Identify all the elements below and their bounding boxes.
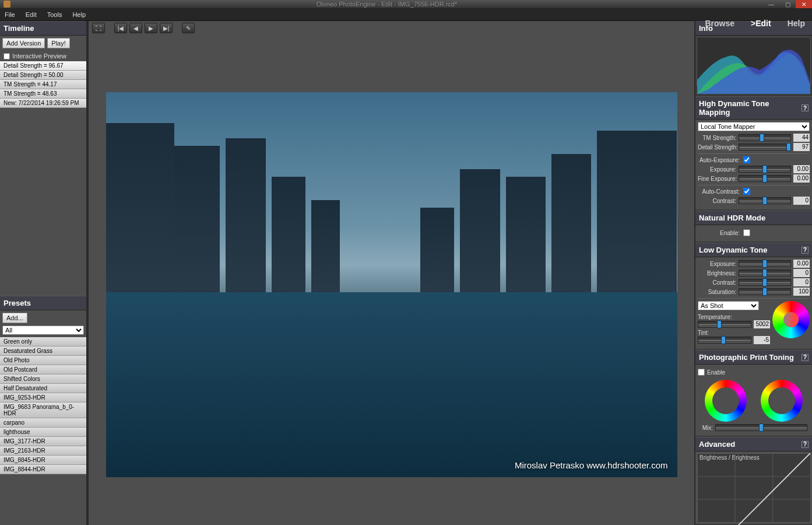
interactive-preview-label: Interactive Preview: [12, 52, 66, 60]
histogram: [697, 37, 811, 85]
preset-item[interactable]: Half Desaturated: [0, 384, 86, 393]
preset-item[interactable]: lighthouse: [0, 428, 86, 437]
tab-help[interactable]: Help: [788, 19, 805, 28]
presets-list[interactable]: Green onlyDesaturated GrassOld PhotoOld …: [0, 337, 86, 525]
tab-edit[interactable]: >Edit: [751, 19, 771, 28]
hdtm-contrast-value[interactable]: 0: [793, 197, 810, 205]
interactive-preview-checkbox[interactable]: [3, 53, 10, 60]
help-icon[interactable]: ?: [802, 354, 809, 361]
timeline-item[interactable]: New: 7/22/2014 19:26:59 PM: [0, 99, 86, 108]
ldt-header: Low Dynamic Tone?: [695, 243, 812, 257]
ldt-saturation-slider[interactable]: [739, 288, 791, 295]
preset-item[interactable]: IMG_8844-HDR: [0, 465, 86, 474]
svg-line-0: [697, 453, 810, 525]
interactive-preview-row[interactable]: Interactive Preview: [0, 51, 86, 61]
ldt-saturation-value[interactable]: 100: [793, 288, 810, 296]
tint-value[interactable]: -5: [754, 336, 770, 344]
timeline-item[interactable]: TM Strength = 44.17: [0, 80, 86, 89]
fullscreen-icon[interactable]: ⛶: [92, 23, 105, 33]
window-titlebar: Oloneo PhotoEngine - Edit - IMG_7556-HDR…: [0, 0, 812, 8]
tm-strength-value[interactable]: 44: [793, 134, 810, 142]
preset-item[interactable]: IMG_9683 Panorama_b_0-HDR: [0, 402, 86, 418]
timeline-header: Timeline: [0, 21, 86, 36]
mode-tabs: Browse >Edit Help: [688, 10, 805, 28]
app-icon: [3, 1, 10, 8]
tm-strength-slider[interactable]: [739, 134, 791, 141]
close-button[interactable]: ✕: [796, 0, 812, 8]
fine-exposure-value[interactable]: 0.00: [793, 174, 810, 183]
wb-color-wheel[interactable]: [772, 301, 810, 338]
auto-exposure-checkbox[interactable]: [743, 156, 750, 163]
preset-item[interactable]: IMG_9253-HDR: [0, 393, 86, 402]
preset-item[interactable]: Desaturated Grass: [0, 346, 86, 356]
play-button[interactable]: Play!: [47, 38, 69, 48]
auto-contrast-checkbox[interactable]: [743, 188, 750, 195]
ldt-contrast-slider[interactable]: [739, 279, 791, 286]
help-icon[interactable]: ?: [802, 247, 809, 254]
help-icon[interactable]: ?: [802, 441, 809, 448]
preset-item[interactable]: Old Photo: [0, 356, 86, 365]
canvas-toolbar: ⛶ |◀ ◀ ▶ ▶| ✎: [89, 21, 694, 35]
timeline-item[interactable]: Detail Strength = 96.67: [0, 61, 86, 71]
timeline-item[interactable]: TM Strength = 48.63: [0, 89, 86, 99]
nav-next-icon[interactable]: ▶: [145, 23, 157, 33]
preset-item[interactable]: carpano: [0, 418, 86, 428]
menu-tools[interactable]: Tools: [47, 11, 62, 18]
advanced-header: Advanced?: [695, 437, 812, 452]
menu-help[interactable]: Help: [72, 11, 86, 18]
timeline-item[interactable]: Detail Strength = 50.00: [0, 71, 86, 80]
nav-first-icon[interactable]: |◀: [114, 23, 127, 33]
detail-strength-slider[interactable]: [739, 144, 791, 150]
temperature-slider[interactable]: [698, 321, 751, 328]
exposure-value[interactable]: 0.00: [793, 165, 810, 173]
highlights-wheel[interactable]: [761, 380, 803, 422]
watermark: Miroslav Petrasko www.hdrshooter.com: [515, 460, 668, 470]
maximize-button[interactable]: ▢: [779, 0, 796, 8]
window-title: Oloneo PhotoEngine - Edit - IMG_7556-HDR…: [10, 1, 763, 8]
natural-enable-checkbox[interactable]: [743, 229, 750, 236]
tone-curve[interactable]: Brightness / Brightness: [697, 453, 811, 523]
ldt-brightness-value[interactable]: 0: [793, 269, 810, 277]
detail-strength-value[interactable]: 97: [793, 143, 810, 151]
ldt-exposure-slider[interactable]: [739, 260, 791, 267]
preset-item[interactable]: IMG_2163-HDR: [0, 446, 86, 456]
preset-item[interactable]: Old Postcard: [0, 365, 86, 374]
tint-slider[interactable]: [698, 337, 751, 344]
preset-item[interactable]: Shifted Colors: [0, 374, 86, 384]
mix-slider[interactable]: [715, 424, 807, 431]
image-canvas[interactable]: Miroslav Petrasko www.hdrshooter.com: [92, 38, 691, 522]
minimize-button[interactable]: —: [763, 0, 779, 8]
hdtm-header: High Dynamic Tone Mapping?: [695, 96, 812, 120]
natural-hdr-header: Natural HDR Mode: [695, 211, 812, 225]
ppt-enable-checkbox[interactable]: [698, 369, 705, 376]
preset-item[interactable]: IMG_3177-HDR: [0, 437, 86, 446]
exposure-slider[interactable]: [739, 166, 791, 173]
nav-prev-icon[interactable]: ◀: [129, 23, 142, 33]
preset-item[interactable]: IMG_8845-HDR: [0, 456, 86, 465]
wb-preset-select[interactable]: As Shot: [698, 301, 759, 310]
add-preset-button[interactable]: Add...: [2, 313, 27, 323]
fine-exposure-slider[interactable]: [739, 175, 791, 182]
shadows-wheel[interactable]: [705, 380, 747, 422]
ppt-header: Photographic Print Toning?: [695, 350, 812, 365]
tab-browse[interactable]: Browse: [705, 19, 734, 28]
add-version-button[interactable]: Add Version: [2, 38, 45, 48]
ldt-brightness-slider[interactable]: [739, 270, 791, 276]
preset-item[interactable]: Green only: [0, 337, 86, 346]
help-icon[interactable]: ?: [802, 104, 809, 111]
ldt-contrast-value[interactable]: 0: [793, 278, 810, 286]
crop-icon[interactable]: ✎: [182, 23, 195, 33]
ldt-exposure-value[interactable]: 0.00: [793, 260, 810, 268]
hdtm-contrast-slider[interactable]: [739, 197, 791, 204]
menu-edit[interactable]: Edit: [26, 11, 37, 18]
ppt-enable-row[interactable]: Enable: [698, 369, 810, 376]
temperature-value[interactable]: 5002: [754, 320, 770, 328]
menu-file[interactable]: File: [5, 11, 15, 18]
nav-last-icon[interactable]: ▶|: [160, 23, 173, 33]
tone-mapper-select[interactable]: Local Tone Mapper: [698, 122, 810, 131]
presets-filter-select[interactable]: All: [2, 326, 84, 335]
presets-header: Presets: [0, 296, 86, 310]
